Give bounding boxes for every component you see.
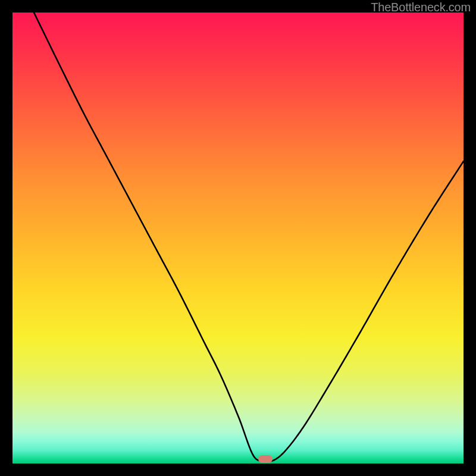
optimal-marker xyxy=(258,455,273,463)
bottleneck-curve xyxy=(12,12,464,464)
plot-area xyxy=(12,12,464,464)
